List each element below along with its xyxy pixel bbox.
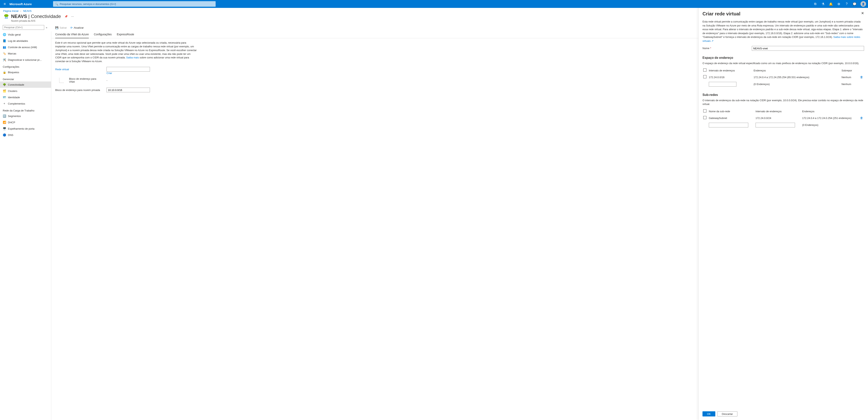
- plus-icon: ＋: [3, 102, 6, 106]
- id-icon: 🪪: [3, 96, 6, 99]
- collapse-nav-button[interactable]: «: [44, 26, 49, 29]
- nav-port-mirror[interactable]: 🖥️Espelhamento de porta: [0, 125, 51, 132]
- nav-label: Diagnosticar e solucionar pr...: [8, 58, 42, 61]
- vnet-select[interactable]: [106, 67, 150, 71]
- nav-locks[interactable]: 🔒Bloqueios: [0, 69, 51, 76]
- sub-col-name: Nome da sub-rede: [708, 108, 755, 115]
- ok-button[interactable]: OK: [703, 411, 715, 416]
- search-box[interactable]: 🔍: [53, 1, 216, 7]
- page-title: NEAVS | Conectividade: [11, 13, 61, 19]
- flyout-footer: OK Descartar: [699, 409, 868, 420]
- sub-new-range-input[interactable]: [755, 123, 795, 127]
- nav-label: Conectividade: [8, 83, 24, 86]
- nav-clusters[interactable]: 🗂️Clusters: [0, 88, 51, 94]
- signal-icon: 📶: [3, 121, 6, 124]
- sub-col-resolved: Endereços: [801, 108, 859, 115]
- name-label: Nome*: [703, 47, 752, 50]
- nav-identity[interactable]: 🪪Identidade: [0, 94, 51, 100]
- svg-rect-3: [5, 18, 8, 18]
- nav-tags[interactable]: 🏷️Marcas: [0, 50, 51, 57]
- settings-icon[interactable]: ⚙: [835, 0, 843, 8]
- nav-label: Identidade: [8, 96, 20, 99]
- log-icon: 📘: [3, 39, 6, 42]
- avatar-icon: 👤: [861, 1, 866, 7]
- nav-dns[interactable]: 🔵DNS: [0, 132, 51, 138]
- vnet-block-value: -: [106, 79, 107, 82]
- account-button[interactable]: 👤: [859, 1, 868, 7]
- tree-icon: 🌳: [3, 83, 6, 86]
- cloud-block-label: Bloco de endereço para nuvem privada: [55, 89, 102, 92]
- addr-row-check[interactable]: [703, 75, 707, 78]
- vnet-create-link[interactable]: Criar: [106, 71, 112, 74]
- nav-diagnose[interactable]: 🛠️Diagnosticar e solucionar pr...: [0, 57, 51, 63]
- nav-label: Log de atividades: [8, 39, 28, 42]
- addr-col-resolved: Endereços: [753, 67, 841, 74]
- tag-icon: 🏷️: [3, 52, 6, 55]
- refresh-label: Atualizar: [74, 26, 84, 29]
- breadcrumb-current[interactable]: NEAVS: [23, 9, 32, 12]
- global-search: 🔍: [53, 1, 216, 7]
- delete-addr-button[interactable]: 🗑: [860, 76, 863, 79]
- breadcrumb-home[interactable]: Página Inicial: [3, 9, 18, 12]
- addr-new-resolved: (0 Endereços): [753, 81, 841, 88]
- addr-new-overlap: Nenhum: [841, 81, 859, 88]
- nav-dhcp[interactable]: 📶DHCP: [0, 119, 51, 125]
- address-space-desc: O espaço de endereço da rede virtual esp…: [703, 61, 864, 65]
- addr-resolved: 172.24.0.4 a 172.24.255.254 (65.531 ende…: [753, 74, 841, 81]
- refresh-button[interactable]: ⟳Atualizar: [70, 26, 84, 29]
- addr-range: 172.24.0.0/16: [708, 74, 753, 81]
- pin-button[interactable]: 📌: [64, 15, 68, 18]
- stack-icon: 🗂️: [3, 89, 6, 92]
- left-nav: « 🌐Visão geral 📘Log de atividades 👥Contr…: [0, 24, 51, 420]
- delete-sub-button[interactable]: 🗑: [860, 116, 863, 120]
- feedback-icon[interactable]: 💬: [850, 0, 859, 8]
- learn-more-link[interactable]: Saiba mais: [126, 56, 139, 59]
- nav-iam[interactable]: 👥Controle de acesso (IAM): [0, 44, 51, 50]
- tab-expressroute[interactable]: ExpressRoute: [117, 31, 134, 38]
- directory-filter-icon[interactable]: ⚗: [819, 0, 827, 8]
- nav-overview[interactable]: 🌐Visão geral: [0, 31, 51, 38]
- cancel-button[interactable]: Descartar: [717, 411, 737, 416]
- save-label: Salvar: [60, 26, 67, 29]
- search-input[interactable]: [60, 3, 214, 5]
- nav-connectivity[interactable]: 🌳Conectividade: [0, 82, 51, 88]
- resource-type-icon: [3, 13, 9, 20]
- save-button[interactable]: 💾Salvar: [55, 26, 67, 29]
- name-input[interactable]: [752, 46, 864, 51]
- sub-row-check[interactable]: [703, 116, 707, 119]
- sub-checkall[interactable]: [703, 109, 707, 113]
- address-table: Intervalo de endereços Endereços Sobrepo…: [703, 67, 864, 88]
- nav-addons[interactable]: ＋Complementos: [0, 100, 51, 107]
- topbar-icons: ⧉ ⚗ 🔔 ⚙ ? 💬: [811, 0, 859, 8]
- nav-label: Complementos: [8, 102, 25, 105]
- nav-label: Clusters: [8, 90, 18, 92]
- page-title-main: NEAVS: [11, 13, 27, 19]
- page-title-sep: |: [27, 13, 31, 19]
- sub-row: GatewaySubnet 172.24.0.0/24 172.24.0.4 a…: [703, 115, 864, 122]
- notifications-icon[interactable]: 🔔: [827, 0, 835, 8]
- addr-overlap: Nenhum: [841, 74, 859, 81]
- nav-segments[interactable]: ↔️Segmentos: [0, 113, 51, 119]
- sub-resolved: 172.24.0.4 a 172.24.0.254 (251 endereços…: [801, 115, 859, 122]
- create-vnet-panel: Criar rede virtual ✕ Esta rede virtual p…: [699, 8, 868, 420]
- more-button[interactable]: ⋯: [71, 15, 74, 18]
- sub-name: GatewaySubnet: [708, 115, 755, 122]
- addr-new-range-input[interactable]: [709, 82, 737, 87]
- globe-icon: 🌐: [3, 33, 6, 36]
- flyout-body[interactable]: Esta rede virtual permite a comunicação …: [699, 18, 868, 409]
- cloud-block-value: [106, 88, 150, 92]
- nav-list[interactable]: 🌐Visão geral 📘Log de atividades 👥Control…: [0, 31, 51, 420]
- addr-checkall[interactable]: [703, 68, 707, 71]
- addr-row: 172.24.0.0/16 172.24.0.4 a 172.24.255.25…: [703, 74, 864, 81]
- close-button[interactable]: ✕: [861, 11, 864, 16]
- cloud-shell-icon[interactable]: ⧉: [811, 0, 819, 8]
- brand-label: Microsoft Azure: [9, 2, 37, 6]
- help-icon[interactable]: ?: [843, 0, 850, 8]
- tab-vnet-connection[interactable]: Conexão da VNet do Azure: [55, 31, 89, 38]
- nav-filter-input[interactable]: [3, 25, 44, 30]
- vnet-label-link[interactable]: Rede virtual: [55, 68, 69, 71]
- sub-new-name-input[interactable]: [709, 123, 748, 127]
- nav-activity-log[interactable]: 📘Log de atividades: [0, 38, 51, 44]
- tab-settings[interactable]: Configurações: [94, 31, 112, 38]
- hamburger-button[interactable]: ≡: [0, 2, 9, 6]
